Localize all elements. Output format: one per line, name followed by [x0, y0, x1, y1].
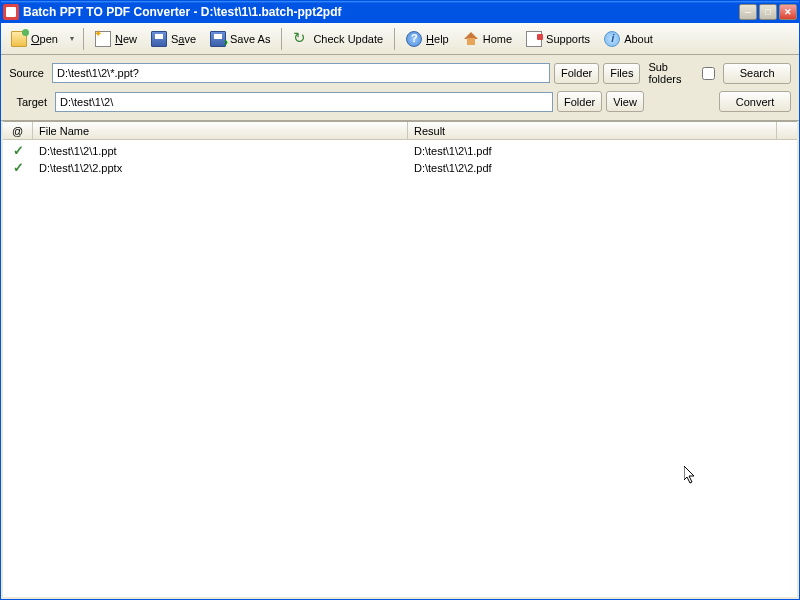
- open-icon: [11, 31, 27, 47]
- table-row[interactable]: ✓D:\test\1\2\2.pptxD:\test\1\2\2.pdf: [3, 159, 797, 176]
- result-cell: D:\test\1\2\2.pdf: [408, 162, 797, 174]
- support-icon: [526, 31, 542, 47]
- close-button[interactable]: ✕: [779, 4, 797, 20]
- filename-cell: D:\test\1\2\2.pptx: [33, 162, 408, 174]
- check-icon: ✓: [13, 160, 24, 175]
- convert-button[interactable]: Convert: [719, 91, 791, 112]
- save-label: Save: [171, 33, 196, 45]
- col-filename[interactable]: File Name: [33, 122, 408, 139]
- open-button[interactable]: Open: [5, 27, 64, 51]
- col-status[interactable]: @: [3, 122, 33, 139]
- window-controls: ─ □ ✕: [739, 4, 797, 20]
- check-update-label: Check Update: [313, 33, 383, 45]
- list-header: @ File Name Result: [3, 122, 797, 140]
- source-row: Source Folder Files Sub folders Search: [9, 61, 791, 85]
- search-button[interactable]: Search: [723, 63, 791, 84]
- target-row: Target Folder View Convert: [9, 91, 791, 112]
- new-button[interactable]: New: [89, 27, 143, 51]
- subfolders-label: Sub folders: [648, 61, 698, 85]
- file-list: @ File Name Result ✓D:\test\1\2\1.pptD:\…: [3, 121, 797, 597]
- list-body[interactable]: ✓D:\test\1\2\1.pptD:\test\1\2\1.pdf✓D:\t…: [3, 140, 797, 597]
- home-icon: [463, 31, 479, 47]
- path-panel: Source Folder Files Sub folders Search T…: [1, 55, 799, 121]
- new-icon: [95, 31, 111, 47]
- save-as-label: Save As: [230, 33, 270, 45]
- window-title: Batch PPT TO PDF Converter - D:\test\1\1…: [23, 5, 739, 19]
- subfolders-checkbox[interactable]: [702, 67, 715, 80]
- save-button[interactable]: Save: [145, 27, 202, 51]
- subfolders-wrap: Sub folders: [648, 61, 715, 85]
- save-as-button[interactable]: Save As: [204, 27, 276, 51]
- source-folder-button[interactable]: Folder: [554, 63, 599, 84]
- supports-label: Supports: [546, 33, 590, 45]
- check-update-button[interactable]: Check Update: [287, 27, 389, 51]
- refresh-icon: [293, 31, 309, 47]
- open-dropdown[interactable]: ▾: [66, 34, 78, 43]
- status-cell: ✓: [3, 143, 33, 158]
- about-label: About: [624, 33, 653, 45]
- filename-cell: D:\test\1\2\1.ppt: [33, 145, 408, 157]
- target-folder-button[interactable]: Folder: [557, 91, 602, 112]
- target-input[interactable]: [55, 92, 553, 112]
- target-view-button[interactable]: View: [606, 91, 644, 112]
- home-label: Home: [483, 33, 512, 45]
- help-icon: [406, 31, 422, 47]
- help-label: Help: [426, 33, 449, 45]
- separator: [394, 28, 395, 50]
- new-label: New: [115, 33, 137, 45]
- app-window: Batch PPT TO PDF Converter - D:\test\1\1…: [0, 0, 800, 600]
- result-cell: D:\test\1\2\1.pdf: [408, 145, 797, 157]
- status-cell: ✓: [3, 160, 33, 175]
- toolbar: Open ▾ New Save Save As Check Update Hel…: [1, 23, 799, 55]
- check-icon: ✓: [13, 143, 24, 158]
- save-icon: [151, 31, 167, 47]
- separator: [281, 28, 282, 50]
- supports-button[interactable]: Supports: [520, 27, 596, 51]
- separator: [83, 28, 84, 50]
- table-row[interactable]: ✓D:\test\1\2\1.pptD:\test\1\2\1.pdf: [3, 142, 797, 159]
- col-result[interactable]: Result: [408, 122, 777, 139]
- minimize-button[interactable]: ─: [739, 4, 757, 20]
- about-button[interactable]: About: [598, 27, 659, 51]
- col-spacer: [777, 122, 797, 139]
- open-label: Open: [31, 33, 58, 45]
- home-button[interactable]: Home: [457, 27, 518, 51]
- maximize-button[interactable]: □: [759, 4, 777, 20]
- app-icon: [3, 4, 19, 20]
- help-button[interactable]: Help: [400, 27, 455, 51]
- target-label: Target: [9, 96, 51, 108]
- about-icon: [604, 31, 620, 47]
- titlebar[interactable]: Batch PPT TO PDF Converter - D:\test\1\1…: [1, 1, 799, 23]
- source-files-button[interactable]: Files: [603, 63, 640, 84]
- source-label: Source: [9, 67, 48, 79]
- source-input[interactable]: [52, 63, 550, 83]
- save-as-icon: [210, 31, 226, 47]
